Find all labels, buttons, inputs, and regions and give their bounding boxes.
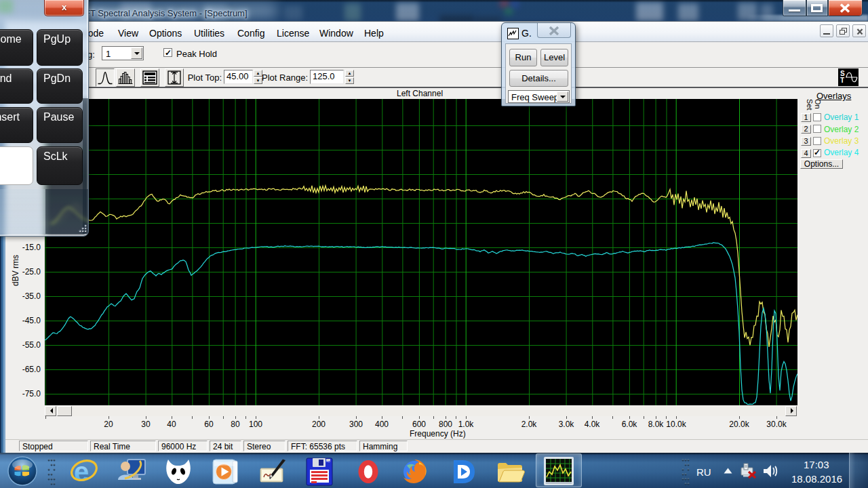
svg-text:T: T [840,77,844,84]
svg-text:HD: HD [326,460,330,463]
